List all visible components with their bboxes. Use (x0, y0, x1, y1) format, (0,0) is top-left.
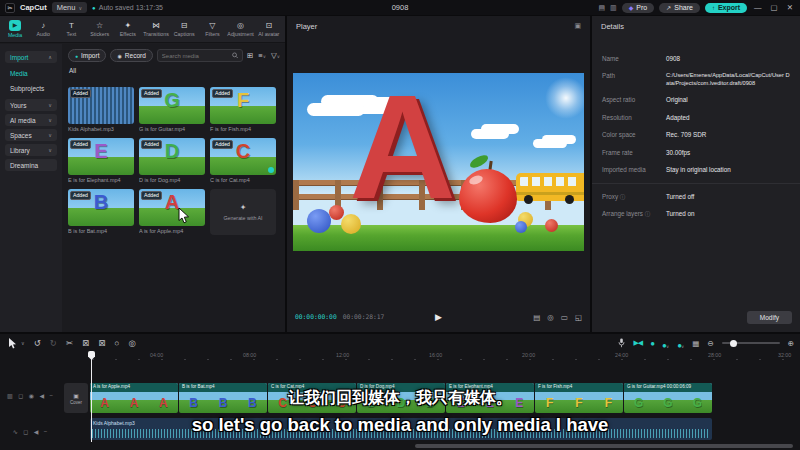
minimize-button[interactable]: — (752, 3, 764, 12)
capcut-window: ✂ CapCut Menu∨ ● Auto saved 13:17:35 090… (0, 0, 800, 450)
mouse-cursor (178, 208, 191, 225)
sidebar-item-media[interactable]: Media (0, 66, 62, 81)
mirror-preview-icon[interactable]: ▤ (533, 313, 540, 322)
autosave-status: ● Auto saved 13:17:35 (92, 4, 163, 11)
import-button[interactable]: ● Import (68, 49, 106, 62)
preview-update-icon[interactable]: ●∨ (662, 334, 669, 352)
layout-toggle-icon[interactable]: ▤ (598, 4, 605, 12)
tab-effects[interactable]: ✦ Effects (114, 16, 142, 42)
audio-icon: ♪ (41, 21, 45, 30)
all-filter-label[interactable]: All (62, 65, 285, 77)
select-tool-icon[interactable] (8, 338, 17, 349)
modify-button[interactable]: Modify (747, 311, 792, 324)
sidebar-item-subprojects[interactable]: Subprojects (0, 81, 62, 96)
chevron-down-icon[interactable]: ∨ (21, 340, 25, 346)
tab-adjustment[interactable]: ◎ Adjustment (227, 16, 255, 42)
search-input[interactable] (162, 53, 232, 59)
sidebar-item-yours[interactable]: Yours∨ (5, 99, 57, 111)
tab-filters[interactable]: ▽ Filters (198, 16, 226, 42)
tab-transitions[interactable]: ⋈ Transitions (142, 16, 170, 42)
media-icon: ▶ (9, 20, 21, 31)
divider (592, 183, 800, 184)
detail-row-framerate: Frame rate 30.00fps (592, 144, 800, 162)
video-preview[interactable]: A (293, 73, 584, 251)
sidebar-item-import[interactable]: Import∧ (5, 51, 57, 63)
tab-audio[interactable]: ♪ Audio (29, 16, 57, 42)
media-item[interactable]: Added F F is for Fish.mp4 (210, 87, 276, 132)
split-icon[interactable]: ✂ (66, 338, 73, 348)
tab-text[interactable]: T Text (57, 16, 85, 42)
sidebar-item-library[interactable]: Library∨ (5, 144, 57, 156)
undo-icon[interactable]: ↺ (34, 338, 41, 348)
project-path-value: C:/Users/Emenes/AppData/Local/CapCut/Use… (666, 72, 790, 87)
timeline-zoom-slider[interactable] (722, 342, 780, 344)
delete-right-icon[interactable]: ⊠ (98, 338, 105, 348)
zoom-in-icon[interactable]: ⊕ (788, 339, 794, 348)
mask-icon[interactable]: ◎ (128, 338, 135, 348)
text-icon: T (69, 21, 74, 30)
panel-expand-icon[interactable]: ▣ (574, 22, 581, 30)
delete-left-icon[interactable]: ⊠ (82, 338, 89, 348)
media-item[interactable]: Added C C is for Cat.mp4 (210, 138, 276, 183)
snapshot-icon[interactable]: ◎ (547, 313, 554, 322)
zoom-out-icon[interactable]: ⊖ (707, 339, 713, 348)
sidebar-item-ai-media[interactable]: AI media∨ (5, 114, 57, 126)
record-icon: ◉ (117, 53, 121, 59)
chevron-down-icon: ∨ (48, 102, 52, 108)
sort-icon[interactable]: ≡∨ (258, 51, 266, 60)
link-clips-icon[interactable]: ● (650, 339, 654, 348)
project-name-value: 0908 (666, 55, 790, 64)
crop-icon[interactable]: ○ (114, 338, 119, 348)
grid-view-icon[interactable]: ⊞ (247, 51, 253, 60)
media-item[interactable]: Added A A is for Apple.mp4 (139, 189, 205, 235)
pro-button[interactable]: ◆ Pro (622, 3, 655, 13)
media-item[interactable]: Added Kids Alphabet.mp3 (68, 87, 134, 132)
thumb-letter: A (139, 191, 205, 214)
magnet-snap-icon[interactable]: ▶◀ (633, 339, 642, 347)
tab-captions[interactable]: ⊟ Captions (170, 16, 198, 42)
media-item[interactable]: Added E E is for Elephant.mp4 (68, 138, 134, 183)
voiceover-mic-icon[interactable] (618, 338, 625, 348)
detail-row-colorspace: Color space Rec. 709 SDR (592, 127, 800, 145)
scene-cloud (471, 129, 509, 139)
record-button[interactable]: ◉ Record (110, 49, 152, 62)
redo-icon[interactable]: ↻ (50, 338, 57, 348)
capcut-logo-icon: ✂ (5, 3, 15, 13)
media-item[interactable]: Added G G is for Guitar.mp4 (139, 87, 205, 132)
title-bar: ✂ CapCut Menu∨ ● Auto saved 13:17:35 090… (0, 0, 800, 15)
horizontal-scrollbar[interactable] (415, 444, 793, 448)
media-item[interactable]: Added B B is for Bat.mp4 (68, 189, 134, 235)
fullscreen-icon[interactable]: ◱ (575, 313, 582, 322)
export-button[interactable]: ↑ Export (705, 3, 747, 13)
layout-panels-icon[interactable]: ▥ (610, 4, 617, 12)
auto-ripple-icon[interactable]: ●∨ (677, 334, 684, 352)
share-button[interactable]: ↗ Share (659, 3, 700, 13)
tab-stickers[interactable]: ☆ Stickers (86, 16, 114, 42)
chevron-down-icon: ∨ (78, 5, 82, 11)
close-button[interactable]: ✕ (785, 3, 795, 12)
details-panel: Details Name 0908 Path C:/Users/Emenes/A… (592, 16, 800, 332)
detail-row-arrange: Arrange layers ⓘ Turned on (592, 206, 800, 224)
details-title: Details (601, 22, 624, 31)
timeline-ruler[interactable]: 04:00 08:00 12:00 16:00 20:00 24:00 28:0… (62, 351, 800, 363)
sidebar-item-dreamina[interactable]: Dreamina (5, 159, 57, 171)
filter-icon[interactable]: ▽∨ (271, 51, 280, 60)
ratio-icon[interactable]: ▭ (561, 313, 568, 322)
detail-row-path: Path C:/Users/Emenes/AppData/Local/CapCu… (592, 68, 800, 92)
detail-row-aspect: Aspect ratio Original (592, 92, 800, 110)
search-box[interactable] (157, 49, 243, 62)
media-item-name: G is for Guitar.mp4 (139, 126, 205, 132)
generate-with-ai-tile[interactable]: ✦ Generate with AI (210, 189, 276, 235)
detail-row-name: Name 0908 (592, 50, 800, 68)
media-item-name: A is for Apple.mp4 (139, 228, 205, 234)
sidebar-item-spaces[interactable]: Spaces∨ (5, 129, 57, 141)
media-item[interactable]: Added D D is for Dog.mp4 (139, 138, 205, 183)
scene-sun (545, 77, 584, 119)
tab-media[interactable]: ▶ Media (1, 16, 29, 42)
tab-ai-avatar[interactable]: ⊡ AI avatar (255, 16, 283, 42)
detail-row-imported: Imported media Stay in original location (592, 162, 800, 180)
maximize-button[interactable]: ▢ (769, 3, 780, 12)
menu-button[interactable]: Menu∨ (52, 2, 87, 13)
render-preview-icon[interactable]: ▦ (692, 339, 699, 348)
zoom-slider-knob[interactable] (730, 340, 737, 347)
